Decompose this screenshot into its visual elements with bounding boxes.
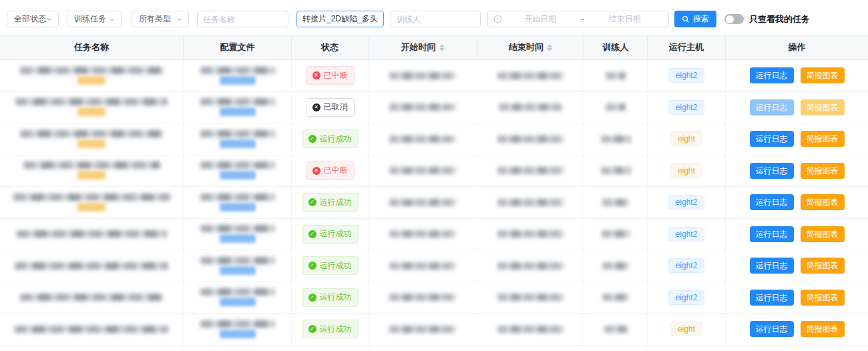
run-log-button[interactable]: 运行日志 <box>750 194 794 210</box>
status-badge: ✕ 已取消 <box>306 98 355 117</box>
redacted-end-time <box>497 72 564 79</box>
status-badge: ✕ 已中断 <box>306 161 355 180</box>
run-log-button[interactable]: 运行日志 <box>750 258 794 274</box>
column-header-start-time[interactable]: 开始时间 <box>369 35 477 59</box>
config-file-cell <box>184 155 292 187</box>
run-log-button[interactable]: 运行日志 <box>750 99 794 115</box>
redacted-task-badge <box>77 203 105 212</box>
host-tag: eight <box>670 131 702 146</box>
status-cell: ✓ 运行成功 <box>292 282 369 314</box>
task-name-cell <box>0 123 184 155</box>
table-body: ✕ 已中断 eight2 运行日志 简报图表 <box>0 60 868 351</box>
config-file-cell <box>184 123 292 155</box>
run-log-button[interactable]: 运行日志 <box>750 163 794 179</box>
start-time-cell <box>369 282 477 314</box>
table-row: ✕ 已中断 eight 运行日志 简报图表 <box>0 155 868 188</box>
report-chart-button[interactable]: 简报图表 <box>801 258 845 274</box>
end-time-cell <box>477 187 584 218</box>
redacted-task-badge <box>77 139 105 148</box>
host-cell: eight2 <box>648 60 726 91</box>
task-name-cell <box>0 92 184 123</box>
report-chart-button[interactable]: 简报图表 <box>801 131 845 147</box>
host-tag: eight2 <box>668 68 705 83</box>
trainer-cell <box>584 155 648 187</box>
redacted-task-name <box>15 98 168 105</box>
search-button[interactable]: 搜索 <box>674 11 716 27</box>
redacted-config-link[interactable] <box>220 171 256 180</box>
status-cell: ✓ 运行成功 <box>292 187 369 218</box>
report-chart-button[interactable]: 简报图表 <box>801 226 845 242</box>
config-file-cell <box>184 60 292 91</box>
task-type-filter-value: 训练任务 <box>74 13 106 25</box>
category-filter-select[interactable]: 所有类型 <box>132 11 189 27</box>
run-log-button[interactable]: 运行日志 <box>750 131 794 147</box>
report-chart-button[interactable]: 简报图表 <box>801 67 845 83</box>
redacted-task-badge <box>77 171 105 180</box>
status-label: 运行成功 <box>320 292 352 303</box>
trainer-input[interactable] <box>391 11 481 27</box>
redacted-config-link[interactable] <box>220 330 256 338</box>
run-log-button[interactable]: 运行日志 <box>750 290 794 306</box>
redacted-config-link[interactable] <box>220 234 256 243</box>
task-name-cell <box>0 60 184 91</box>
task-type-filter-select[interactable]: 训练任务 <box>67 11 122 27</box>
redacted-config-link[interactable] <box>220 266 256 275</box>
start-time-cell <box>369 219 477 250</box>
host-cell: eight <box>648 314 726 345</box>
table-row: ✓ 运行成功 eight2 运行日志 简报图表 <box>0 282 868 314</box>
start-time-cell <box>369 314 477 345</box>
redacted-start-time <box>389 294 456 301</box>
report-chart-button[interactable]: 简报图表 <box>801 290 845 306</box>
task-table: 任务名称 配置文件 状态 开始时间 结束时间 训练人 运行主机 操作 <box>0 35 868 351</box>
end-date-placeholder[interactable]: 结束日期 <box>587 13 664 25</box>
redacted-end-time <box>499 103 562 111</box>
redacted-config-name <box>200 98 275 105</box>
report-chart-button[interactable]: 简报图表 <box>801 194 845 210</box>
host-cell: eight2 <box>648 187 726 218</box>
status-filter-select[interactable]: 全部状态 <box>7 11 59 27</box>
actions-cell: 运行日志 简报图表 <box>726 155 868 187</box>
status-label: 运行成功 <box>320 133 352 145</box>
redacted-start-time <box>389 199 456 206</box>
chevron-down-icon <box>46 16 53 23</box>
redacted-config-link[interactable] <box>220 76 256 85</box>
table-row: ✓ 运行成功 eight2 运行日志 简报图表 <box>0 187 868 219</box>
config-file-cell <box>184 282 292 314</box>
start-time-cell <box>369 187 477 218</box>
redacted-start-time <box>389 167 456 174</box>
redacted-task-name <box>15 326 168 333</box>
redacted-task-name <box>15 262 168 270</box>
host-cell: eight <box>648 155 726 187</box>
end-time-cell <box>477 219 584 250</box>
trainer-cell <box>584 187 648 218</box>
report-chart-button[interactable]: 简报图表 <box>801 163 845 179</box>
my-tasks-toggle[interactable] <box>724 14 744 24</box>
redacted-config-link[interactable] <box>220 203 256 212</box>
status-cell: ✕ 已中断 <box>292 155 369 187</box>
table-header: 任务名称 配置文件 状态 开始时间 结束时间 训练人 运行主机 操作 <box>0 35 868 60</box>
task-name-input[interactable] <box>197 11 288 27</box>
run-log-button[interactable]: 运行日志 <box>750 67 794 83</box>
redacted-config-link[interactable] <box>220 139 256 148</box>
column-header-status: 状态 <box>292 35 369 59</box>
sort-carets-icon[interactable] <box>547 44 552 51</box>
search-keyword-input[interactable] <box>296 11 384 27</box>
table-row: ✓ 运行成功 eight2 运行日志 简报图表 <box>0 219 868 251</box>
cross-circle-icon: ✕ <box>312 71 320 79</box>
host-cell: eight <box>648 123 726 155</box>
column-header-end-time[interactable]: 结束时间 <box>477 35 584 59</box>
redacted-config-link[interactable] <box>220 107 256 116</box>
sort-carets-icon[interactable] <box>439 44 445 51</box>
report-chart-button[interactable]: 简报图表 <box>801 321 845 337</box>
host-tag: eight2 <box>668 100 705 115</box>
end-time-cell <box>477 155 584 187</box>
run-log-button[interactable]: 运行日志 <box>750 226 794 242</box>
check-circle-icon: ✓ <box>308 135 316 143</box>
run-log-button[interactable]: 运行日志 <box>750 321 794 337</box>
end-time-cell <box>477 92 584 123</box>
date-range-picker[interactable]: 开始日期 - 结束日期 <box>487 11 669 27</box>
start-date-placeholder[interactable]: 开始日期 <box>502 13 579 25</box>
redacted-task-name <box>20 130 163 137</box>
report-chart-button[interactable]: 简报图表 <box>801 99 845 115</box>
redacted-config-link[interactable] <box>220 298 256 306</box>
